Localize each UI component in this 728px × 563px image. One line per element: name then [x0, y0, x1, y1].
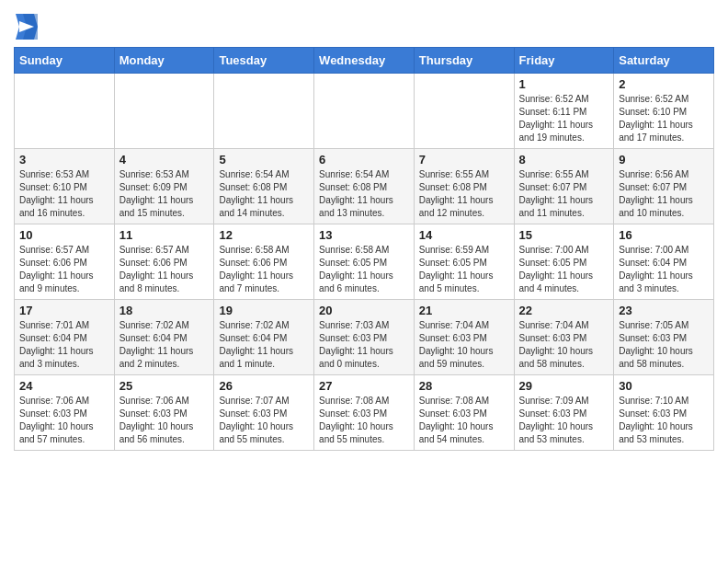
- calendar-day-cell: 3Sunrise: 6:53 AM Sunset: 6:10 PM Daylig…: [15, 149, 115, 224]
- day-number: 25: [119, 379, 210, 393]
- day-number: 8: [519, 153, 609, 167]
- calendar-day-cell: 20Sunrise: 7:03 AM Sunset: 6:03 PM Dayli…: [314, 300, 415, 375]
- day-number: 20: [319, 304, 409, 317]
- header: [14, 9, 714, 40]
- day-number: 7: [419, 153, 509, 167]
- logo-icon: [16, 14, 38, 40]
- calendar-day-cell: 7Sunrise: 6:55 AM Sunset: 6:08 PM Daylig…: [414, 149, 514, 224]
- day-number: 12: [219, 228, 309, 242]
- day-info: Sunrise: 6:54 AM Sunset: 6:08 PM Dayligh…: [319, 168, 409, 220]
- calendar-day-cell: 14Sunrise: 6:59 AM Sunset: 6:05 PM Dayli…: [414, 224, 514, 300]
- day-number: 21: [419, 304, 509, 317]
- calendar-day-cell: 17Sunrise: 7:01 AM Sunset: 6:04 PM Dayli…: [15, 300, 115, 375]
- day-info: Sunrise: 6:54 AM Sunset: 6:08 PM Dayligh…: [219, 168, 309, 220]
- day-number: 16: [619, 228, 709, 242]
- day-info: Sunrise: 6:55 AM Sunset: 6:08 PM Dayligh…: [419, 168, 509, 220]
- day-info: Sunrise: 7:08 AM Sunset: 6:03 PM Dayligh…: [419, 395, 509, 446]
- day-number: 1: [519, 77, 609, 91]
- day-info: Sunrise: 6:58 AM Sunset: 6:06 PM Dayligh…: [219, 244, 309, 295]
- day-number: 24: [19, 379, 109, 393]
- day-info: Sunrise: 6:59 AM Sunset: 6:05 PM Dayligh…: [419, 244, 509, 295]
- weekday-header-tuesday: Tuesday: [214, 48, 314, 74]
- empty-day-cell: [414, 74, 514, 149]
- day-number: 27: [319, 379, 409, 393]
- day-number: 15: [519, 228, 609, 242]
- calendar-week-row: 10Sunrise: 6:57 AM Sunset: 6:06 PM Dayli…: [15, 224, 714, 300]
- calendar-day-cell: 4Sunrise: 6:53 AM Sunset: 6:09 PM Daylig…: [114, 149, 214, 224]
- calendar-week-row: 24Sunrise: 7:06 AM Sunset: 6:03 PM Dayli…: [15, 375, 714, 451]
- calendar-table: SundayMondayTuesdayWednesdayThursdayFrid…: [14, 47, 714, 451]
- calendar-day-cell: 29Sunrise: 7:09 AM Sunset: 6:03 PM Dayli…: [514, 375, 614, 451]
- calendar-week-row: 1Sunrise: 6:52 AM Sunset: 6:11 PM Daylig…: [15, 74, 714, 149]
- empty-day-cell: [114, 74, 214, 149]
- day-number: 19: [219, 304, 309, 317]
- day-number: 3: [19, 153, 109, 167]
- day-info: Sunrise: 7:03 AM Sunset: 6:03 PM Dayligh…: [319, 319, 409, 371]
- empty-day-cell: [15, 74, 115, 149]
- weekday-header-friday: Friday: [514, 48, 614, 74]
- day-info: Sunrise: 6:58 AM Sunset: 6:05 PM Dayligh…: [319, 244, 409, 295]
- logo: [14, 14, 38, 40]
- day-info: Sunrise: 6:55 AM Sunset: 6:07 PM Dayligh…: [519, 168, 609, 220]
- day-info: Sunrise: 7:02 AM Sunset: 6:04 PM Dayligh…: [219, 319, 309, 371]
- calendar-day-cell: 19Sunrise: 7:02 AM Sunset: 6:04 PM Dayli…: [214, 300, 314, 375]
- calendar-day-cell: 15Sunrise: 7:00 AM Sunset: 6:05 PM Dayli…: [514, 224, 614, 300]
- day-number: 28: [419, 379, 509, 393]
- calendar-day-cell: 26Sunrise: 7:07 AM Sunset: 6:03 PM Dayli…: [214, 375, 314, 451]
- empty-day-cell: [214, 74, 314, 149]
- day-info: Sunrise: 7:04 AM Sunset: 6:03 PM Dayligh…: [419, 319, 509, 371]
- calendar-day-cell: 16Sunrise: 7:00 AM Sunset: 6:04 PM Dayli…: [614, 224, 714, 300]
- calendar-day-cell: 21Sunrise: 7:04 AM Sunset: 6:03 PM Dayli…: [414, 300, 514, 375]
- calendar-day-cell: 24Sunrise: 7:06 AM Sunset: 6:03 PM Dayli…: [15, 375, 115, 451]
- day-info: Sunrise: 6:57 AM Sunset: 6:06 PM Dayligh…: [19, 244, 109, 295]
- weekday-header-thursday: Thursday: [414, 48, 514, 74]
- weekday-header-sunday: Sunday: [15, 48, 115, 74]
- day-number: 26: [219, 379, 309, 393]
- calendar-day-cell: 6Sunrise: 6:54 AM Sunset: 6:08 PM Daylig…: [314, 149, 415, 224]
- day-info: Sunrise: 7:02 AM Sunset: 6:04 PM Dayligh…: [119, 319, 210, 371]
- calendar-day-cell: 1Sunrise: 6:52 AM Sunset: 6:11 PM Daylig…: [514, 74, 614, 149]
- calendar-day-cell: 5Sunrise: 6:54 AM Sunset: 6:08 PM Daylig…: [214, 149, 314, 224]
- calendar-day-cell: 9Sunrise: 6:56 AM Sunset: 6:07 PM Daylig…: [614, 149, 714, 224]
- calendar-day-cell: 27Sunrise: 7:08 AM Sunset: 6:03 PM Dayli…: [314, 375, 415, 451]
- day-number: 30: [619, 379, 709, 393]
- day-info: Sunrise: 7:05 AM Sunset: 6:03 PM Dayligh…: [619, 319, 709, 371]
- calendar-day-cell: 13Sunrise: 6:58 AM Sunset: 6:05 PM Dayli…: [314, 224, 415, 300]
- day-info: Sunrise: 6:57 AM Sunset: 6:06 PM Dayligh…: [119, 244, 210, 295]
- day-number: 13: [319, 228, 409, 242]
- calendar-week-row: 17Sunrise: 7:01 AM Sunset: 6:04 PM Dayli…: [15, 300, 714, 375]
- day-number: 4: [119, 153, 210, 167]
- day-number: 6: [319, 153, 409, 167]
- day-number: 23: [619, 304, 709, 317]
- day-info: Sunrise: 7:09 AM Sunset: 6:03 PM Dayligh…: [519, 395, 609, 446]
- day-info: Sunrise: 7:06 AM Sunset: 6:03 PM Dayligh…: [119, 395, 210, 446]
- day-number: 29: [519, 379, 609, 393]
- day-info: Sunrise: 6:56 AM Sunset: 6:07 PM Dayligh…: [619, 168, 709, 220]
- weekday-header-wednesday: Wednesday: [314, 48, 415, 74]
- calendar-day-cell: 25Sunrise: 7:06 AM Sunset: 6:03 PM Dayli…: [114, 375, 214, 451]
- calendar-day-cell: 30Sunrise: 7:10 AM Sunset: 6:03 PM Dayli…: [614, 375, 714, 451]
- calendar-day-cell: 2Sunrise: 6:52 AM Sunset: 6:10 PM Daylig…: [614, 74, 714, 149]
- day-info: Sunrise: 7:08 AM Sunset: 6:03 PM Dayligh…: [319, 395, 409, 446]
- day-number: 17: [19, 304, 109, 317]
- day-info: Sunrise: 7:01 AM Sunset: 6:04 PM Dayligh…: [19, 319, 109, 371]
- weekday-header-saturday: Saturday: [614, 48, 714, 74]
- weekday-header-monday: Monday: [114, 48, 214, 74]
- page: SundayMondayTuesdayWednesdayThursdayFrid…: [0, 0, 728, 465]
- day-number: 18: [119, 304, 210, 317]
- day-info: Sunrise: 7:00 AM Sunset: 6:05 PM Dayligh…: [519, 244, 609, 295]
- calendar-day-cell: 10Sunrise: 6:57 AM Sunset: 6:06 PM Dayli…: [15, 224, 115, 300]
- day-info: Sunrise: 6:52 AM Sunset: 6:11 PM Dayligh…: [519, 93, 609, 144]
- calendar-week-row: 3Sunrise: 6:53 AM Sunset: 6:10 PM Daylig…: [15, 149, 714, 224]
- day-number: 2: [619, 77, 709, 91]
- calendar-day-cell: 23Sunrise: 7:05 AM Sunset: 6:03 PM Dayli…: [614, 300, 714, 375]
- calendar-day-cell: 22Sunrise: 7:04 AM Sunset: 6:03 PM Dayli…: [514, 300, 614, 375]
- calendar-day-cell: 11Sunrise: 6:57 AM Sunset: 6:06 PM Dayli…: [114, 224, 214, 300]
- day-info: Sunrise: 7:00 AM Sunset: 6:04 PM Dayligh…: [619, 244, 709, 295]
- day-info: Sunrise: 7:07 AM Sunset: 6:03 PM Dayligh…: [219, 395, 309, 446]
- day-number: 22: [519, 304, 609, 317]
- day-info: Sunrise: 6:52 AM Sunset: 6:10 PM Dayligh…: [619, 93, 709, 144]
- calendar-day-cell: 12Sunrise: 6:58 AM Sunset: 6:06 PM Dayli…: [214, 224, 314, 300]
- weekday-header-row: SundayMondayTuesdayWednesdayThursdayFrid…: [15, 48, 714, 74]
- day-info: Sunrise: 7:10 AM Sunset: 6:03 PM Dayligh…: [619, 395, 709, 446]
